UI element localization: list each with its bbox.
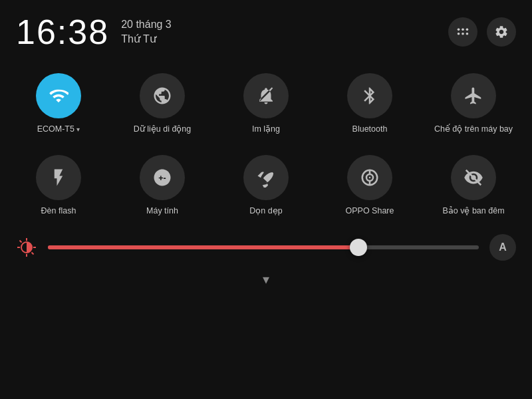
oppo-share-icon [360, 168, 380, 188]
silent-label: Im lặng [252, 124, 280, 135]
calculator-circle: +- [140, 155, 185, 200]
eye-protect-circle [451, 155, 496, 200]
brightness-thumb[interactable] [350, 239, 367, 256]
bell-off-icon [256, 86, 276, 106]
svg-line-17 [20, 240, 22, 242]
svg-line-18 [32, 252, 34, 254]
brightness-icon [16, 237, 37, 258]
cleanup-label: Dọn dẹp [249, 205, 282, 217]
eye-protect-icon [464, 168, 483, 188]
expand-button[interactable]: ▾ [263, 271, 269, 287]
toggle-cleanup[interactable]: Dọn dẹp [214, 147, 318, 222]
svg-point-3 [458, 33, 460, 35]
date-block: 20 tháng 3 Thứ Tư [121, 17, 172, 47]
toggle-row-2: Đèn flash +- Máy tính Dọn dẹp [0, 140, 532, 222]
airplane-circle [451, 73, 496, 118]
svg-text:+-: +- [158, 174, 166, 183]
silent-circle [243, 73, 289, 118]
date-line2: Thứ Tư [121, 32, 172, 47]
toggle-mobile-data[interactable]: Dữ liệu di động [110, 65, 214, 140]
toggle-silent[interactable]: Im lặng [214, 65, 318, 140]
svg-point-1 [462, 29, 464, 31]
brightness-slider[interactable] [48, 245, 479, 249]
auto-brightness-button[interactable]: A [489, 234, 516, 261]
header-left: 16:38 20 tháng 3 Thứ Tư [16, 12, 172, 52]
bluetooth-circle [347, 73, 392, 118]
airplane-icon [464, 86, 483, 106]
oppo-share-circle [347, 155, 392, 200]
gear-icon [494, 25, 509, 39]
wifi-label: ECOM-T5 ▾ [37, 124, 80, 135]
bluetooth-icon [360, 86, 380, 106]
flashlight-label: Đèn flash [41, 205, 76, 217]
header: 16:38 20 tháng 3 Thứ Tư [0, 0, 532, 59]
date-line1: 20 tháng 3 [121, 17, 172, 32]
svg-point-5 [466, 33, 469, 35]
brightness-fill [48, 245, 358, 249]
calculator-icon: +- [152, 168, 172, 188]
grid-button[interactable] [448, 17, 477, 47]
wifi-circle [36, 73, 81, 118]
svg-point-0 [458, 29, 460, 31]
rocket-icon [256, 168, 276, 188]
header-right [448, 17, 516, 47]
settings-button[interactable] [487, 17, 516, 47]
bottom-chevron: ▾ [0, 267, 532, 290]
toggle-airplane[interactable]: Chế độ trên máy bay [422, 65, 525, 140]
airplane-label: Chế độ trên máy bay [434, 124, 513, 135]
toggle-wifi[interactable]: ECOM-T5 ▾ [7, 65, 110, 140]
eye-protect-label: Bảo vệ ban đêm [442, 205, 504, 217]
time-display: 16:38 [16, 12, 109, 52]
calculator-label: Máy tính [146, 205, 178, 217]
toggle-oppo-share[interactable]: OPPO Share [318, 147, 422, 222]
brightness-row: A [0, 222, 532, 267]
toggle-eye-protect[interactable]: Bảo vệ ban đêm [422, 147, 525, 222]
toggle-flashlight[interactable]: Đèn flash [7, 147, 110, 222]
mobile-data-label: Dữ liệu di động [134, 124, 192, 135]
flashlight-circle [36, 155, 81, 200]
cleanup-circle [243, 155, 289, 200]
oppo-share-label: OPPO Share [346, 205, 394, 217]
brightness-half-icon [16, 237, 37, 258]
flashlight-icon [49, 168, 68, 188]
toggle-bluetooth[interactable]: Bluetooth [318, 65, 422, 140]
svg-point-9 [369, 177, 371, 179]
toggle-row-1: ECOM-T5 ▾ Dữ liệu di động Im lặng Blueto… [0, 59, 532, 140]
toggle-calculator[interactable]: +- Máy tính [110, 147, 214, 222]
svg-point-2 [466, 29, 469, 31]
wifi-icon [49, 86, 68, 106]
globe-icon [152, 86, 172, 106]
svg-point-4 [462, 33, 464, 35]
mobile-data-circle [140, 73, 185, 118]
grid-icon [456, 25, 470, 39]
bluetooth-label: Bluetooth [352, 124, 388, 135]
